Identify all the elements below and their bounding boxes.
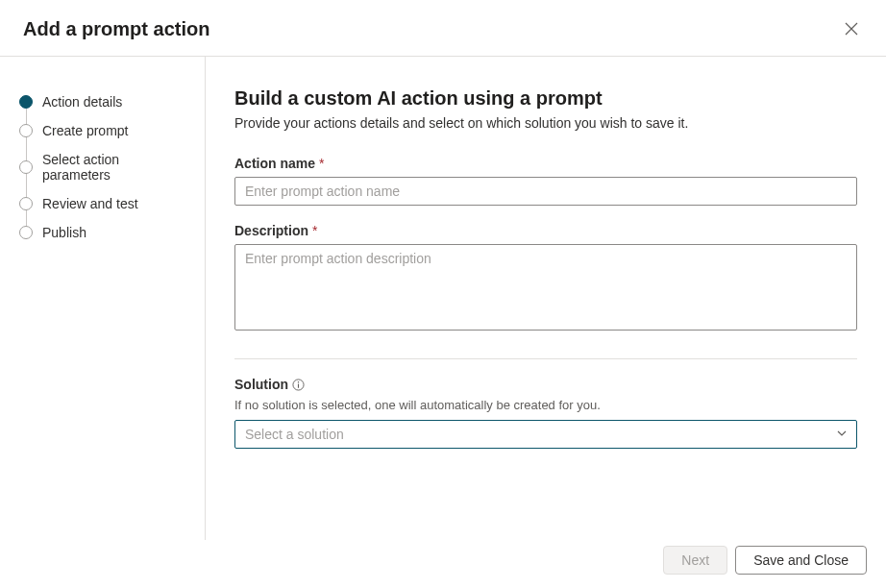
step-select-action-parameters[interactable]: Select action parameters	[19, 145, 189, 189]
step-publish[interactable]: Publish	[19, 218, 189, 247]
step-label: Action details	[42, 94, 122, 110]
step-indicator-icon	[19, 160, 33, 174]
action-name-input[interactable]	[234, 177, 857, 206]
next-button[interactable]: Next	[663, 546, 727, 575]
step-list: Action details Create prompt Select acti…	[19, 87, 189, 247]
step-indicator-icon	[19, 124, 33, 137]
step-sidebar: Action details Create prompt Select acti…	[0, 57, 206, 540]
section-divider	[234, 358, 857, 359]
step-indicator-icon	[19, 226, 33, 239]
step-create-prompt[interactable]: Create prompt	[19, 116, 189, 145]
description-label: Description *	[234, 223, 857, 238]
svg-point-1	[298, 380, 299, 381]
solution-select[interactable]: Select a solution	[234, 420, 857, 449]
page-subtitle: Provide your actions details and select …	[234, 115, 857, 131]
close-icon	[845, 22, 858, 36]
step-label: Publish	[42, 225, 86, 240]
dialog-header: Add a prompt action	[0, 0, 886, 57]
step-label: Review and test	[42, 196, 138, 211]
save-and-close-button[interactable]: Save and Close	[735, 546, 867, 575]
step-indicator-icon	[19, 95, 33, 109]
step-action-details[interactable]: Action details	[19, 87, 189, 116]
field-action-name: Action name *	[234, 156, 857, 206]
action-name-label: Action name *	[234, 156, 857, 171]
required-mark: *	[319, 156, 324, 171]
description-input[interactable]	[234, 244, 857, 331]
page-heading: Build a custom AI action using a prompt	[234, 87, 857, 110]
step-label: Select action parameters	[42, 152, 189, 183]
step-indicator-icon	[19, 197, 33, 210]
dialog-title: Add a prompt action	[23, 18, 209, 40]
solution-helper-text: If no solution is selected, one will aut…	[234, 398, 857, 412]
field-solution: Solution If no solution is selected, one…	[234, 377, 857, 449]
solution-label: Solution	[234, 377, 857, 392]
step-label: Create prompt	[42, 123, 128, 138]
close-button[interactable]	[840, 17, 863, 40]
step-review-and-test[interactable]: Review and test	[19, 189, 189, 218]
field-description: Description *	[234, 223, 857, 333]
svg-rect-2	[298, 383, 299, 387]
required-mark: *	[312, 223, 317, 238]
main-panel: Build a custom AI action using a prompt …	[206, 57, 886, 540]
dialog-footer: Next Save and Close	[206, 536, 886, 588]
info-icon[interactable]	[292, 379, 305, 391]
